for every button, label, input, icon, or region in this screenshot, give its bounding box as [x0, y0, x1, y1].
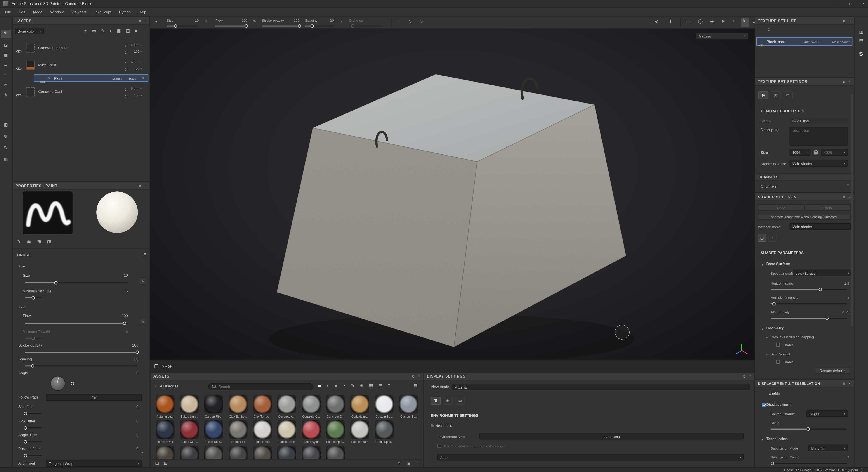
- tessellation-section[interactable]: Tessellation: [766, 437, 787, 441]
- jitter-reset-icon[interactable]: ⟳: [141, 451, 144, 455]
- asset-item[interactable]: Clay Earthe...: [227, 395, 249, 418]
- close-icon[interactable]: ×: [862, 2, 865, 6]
- filter-fonts-icon[interactable]: T: [388, 384, 390, 387]
- filter-brushes-icon[interactable]: ✎: [351, 384, 354, 388]
- asset-thumbnail[interactable]: [253, 445, 272, 459]
- asset-item[interactable]: Fabric Cott...: [178, 420, 200, 443]
- pom-enable-checkbox[interactable]: [776, 343, 780, 347]
- asset-item[interactable]: Concrete C...: [324, 395, 346, 418]
- flow-pressure-button[interactable]: ✎: [139, 318, 146, 325]
- asset-thumbnail[interactable]: [326, 395, 345, 413]
- maximize-icon[interactable]: ▢: [849, 2, 852, 5]
- position-jitter-value[interactable]: 0: [136, 447, 138, 450]
- asset-item[interactable]: [227, 445, 249, 459]
- asset-thumbnail[interactable]: [399, 395, 418, 413]
- asset-thumbnail[interactable]: [350, 420, 369, 439]
- add-channel-icon[interactable]: +: [846, 183, 849, 188]
- asset-thumbnail[interactable]: [228, 395, 247, 413]
- layer-opacity-dropdown[interactable]: 100 ▾: [134, 94, 142, 97]
- search-input[interactable]: [219, 385, 309, 388]
- camera-icon[interactable]: ◉: [710, 20, 714, 24]
- angle-jitter-value[interactable]: 0: [136, 433, 138, 437]
- collapse-icon[interactable]: ▾: [766, 336, 767, 340]
- tab-camera-icon[interactable]: ◉: [443, 397, 453, 405]
- menu-python[interactable]: Python: [115, 10, 134, 14]
- asset-item[interactable]: Baked Ligh...: [178, 395, 200, 418]
- collapse-icon[interactable]: ▾: [762, 263, 763, 266]
- asset-thumbnail[interactable]: [277, 395, 296, 413]
- close-panel-icon[interactable]: ×: [145, 19, 147, 22]
- scale-slider[interactable]: [771, 429, 847, 430]
- asset-item[interactable]: Carbon Fiber: [203, 395, 225, 418]
- menu-viewport[interactable]: Viewport: [67, 10, 90, 14]
- float-panel-icon[interactable]: ⧉: [138, 19, 141, 22]
- asset-item[interactable]: [324, 445, 346, 459]
- add-fill-layer-icon[interactable]: ▭: [92, 29, 96, 33]
- float-panel-icon[interactable]: ⧉: [843, 80, 845, 84]
- layer-remove-icon[interactable]: ×: [142, 76, 144, 80]
- layer-thumbnail[interactable]: [26, 43, 35, 53]
- asset-thumbnail[interactable]: [375, 395, 394, 413]
- asset-thumbnail[interactable]: [228, 445, 247, 459]
- size-width-dropdown[interactable]: 4096 ▾: [789, 149, 810, 156]
- particles-tool-icon[interactable]: ✳: [4, 93, 7, 97]
- menu-mode[interactable]: Mode: [29, 10, 46, 14]
- sphere-view-icon[interactable]: ◯: [698, 20, 703, 24]
- toolbar-spacing-value[interactable]: 20: [305, 18, 334, 22]
- toolbar-spacing-slider[interactable]: [305, 26, 334, 27]
- add-smart-material-icon[interactable]: ◐: [110, 29, 112, 33]
- polygon-fill-tool-icon[interactable]: ▰: [4, 63, 7, 67]
- layer-thumbnail[interactable]: [26, 61, 35, 70]
- filter-alphas-icon[interactable]: ◼: [335, 384, 337, 387]
- brush-preset-icon[interactable]: ✦: [154, 20, 158, 24]
- filter-textures-icon[interactable]: ▦: [369, 384, 373, 388]
- geometry-mask-icon[interactable]: ◧: [4, 123, 8, 127]
- layer-row-concrete-cast[interactable]: Concrete Cast Norm ▾ 100 ▾: [13, 84, 149, 100]
- asset-thumbnail[interactable]: [156, 395, 174, 413]
- asset-thumbnail[interactable]: [228, 420, 247, 439]
- library-selector[interactable]: All libraries: [160, 384, 178, 388]
- brush-section-header[interactable]: BRUSH ≡: [13, 251, 150, 258]
- add-paint-layer-icon[interactable]: ✎: [101, 29, 104, 33]
- angle-value[interactable]: 0: [136, 371, 138, 375]
- spacing-slider[interactable]: [25, 365, 137, 367]
- hide-all-icon[interactable]: ⊘: [767, 28, 770, 31]
- grid-view-icon[interactable]: ▦: [413, 384, 417, 388]
- pen-mode-icon[interactable]: ✎: [742, 20, 746, 24]
- asset-thumbnail[interactable]: [180, 420, 199, 439]
- environment-map-field[interactable]: panorama: [479, 433, 744, 439]
- flow-slider[interactable]: [25, 323, 128, 324]
- float-panel-icon[interactable]: ⧉: [843, 195, 845, 198]
- asset-item[interactable]: [276, 445, 298, 459]
- layer-blend-dropdown[interactable]: Norm ▾: [131, 43, 142, 46]
- displacement-section[interactable]: Displacement: [766, 402, 790, 406]
- asset-thumbnail[interactable]: [350, 395, 369, 413]
- filter-materials-icon[interactable]: ◐: [327, 384, 329, 388]
- tab-material-icon[interactable]: ▥: [47, 240, 51, 244]
- layer-visibility-icon[interactable]: [16, 93, 22, 97]
- asset-thumbnail[interactable]: [180, 395, 199, 413]
- concrete-block-model[interactable]: [150, 29, 754, 360]
- shader-instances-icon[interactable]: ◔: [768, 233, 777, 242]
- layer-blend-dropdown[interactable]: Norm ▾: [131, 60, 142, 64]
- float-panel-icon[interactable]: ⧉: [843, 382, 845, 385]
- spacing-d ot-icon[interactable]: ◦: [340, 20, 342, 24]
- close-panel-icon[interactable]: ×: [849, 382, 851, 385]
- add-effect-icon[interactable]: ✦: [84, 29, 87, 33]
- delete-layer-icon[interactable]: ◼: [135, 29, 137, 33]
- alignment-dropdown[interactable]: Tangent | Wrap ▾: [46, 460, 142, 467]
- angle-knob[interactable]: [71, 382, 74, 385]
- asset-item[interactable]: Fabric Spac...: [373, 420, 395, 443]
- add-mask-icon[interactable]: ▣: [117, 29, 121, 33]
- clone-tool-icon[interactable]: ⧉: [4, 83, 7, 87]
- paint-tool-icon[interactable]: ✎: [4, 31, 7, 35]
- angle-jitter-slider[interactable]: [25, 441, 41, 442]
- add-asset-icon[interactable]: +: [416, 461, 418, 466]
- asset-thumbnail[interactable]: [375, 420, 394, 439]
- asset-thumbnail[interactable]: [302, 395, 320, 413]
- asset-thumbnail[interactable]: [253, 420, 272, 439]
- tab-brush-icon[interactable]: ✎: [17, 240, 21, 244]
- smart-material-icon[interactable]: ◍: [4, 134, 7, 138]
- asset-thumbnail[interactable]: [326, 445, 345, 459]
- asset-item[interactable]: Concrete C...: [300, 395, 322, 418]
